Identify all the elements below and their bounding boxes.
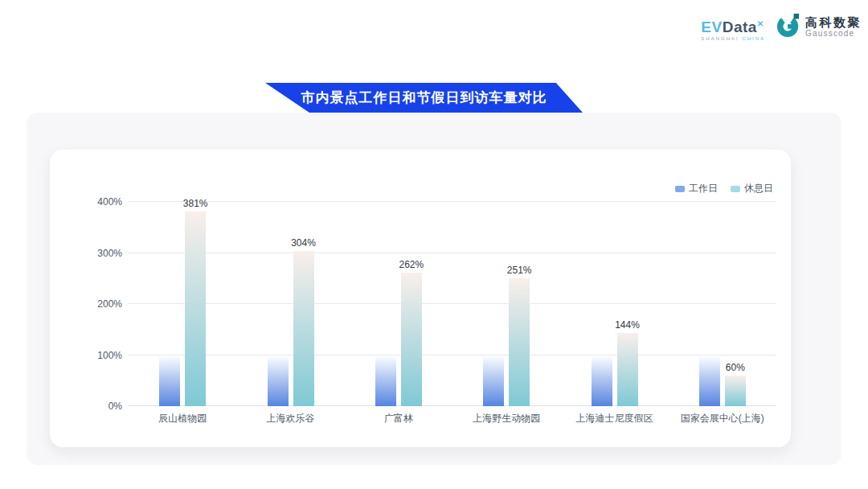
bar-group: 381% [159, 212, 206, 406]
bar-工作日 [699, 355, 720, 407]
gridline [129, 355, 776, 355]
legend-label: 休息日 [744, 182, 773, 195]
legend-swatch-icon [731, 186, 740, 192]
bar-工作日 [592, 355, 612, 407]
bar-value-label: 60% [726, 362, 745, 373]
y-axis-tick-label: 100% [79, 351, 122, 360]
gridline [129, 201, 776, 202]
evdata-subtext: SHANGHAI CHINA [701, 36, 765, 41]
gausscode-en-name: Gausscode [805, 29, 862, 38]
x-axis-category-label: 上海迪士尼度假区 [576, 412, 653, 425]
gridline [129, 303, 776, 304]
y-axis-tick-label: 200% [79, 299, 122, 309]
page-title: 市内景点工作日和节假日到访车量对比 [301, 88, 547, 107]
bar-value-label: 381% [183, 198, 208, 209]
gausscode-logo: 高科数聚 Gausscode [776, 13, 862, 40]
x-axis-category-label: 广富林 [384, 412, 413, 425]
evdata-x-icon: ✕ [757, 19, 764, 28]
evdata-logo: EVData✕ SHANGHAI CHINA [701, 16, 765, 41]
bar-group: 304% [268, 251, 314, 406]
bar-工作日 [159, 355, 180, 407]
bar-value-label: 262% [399, 259, 424, 270]
evdata-data-text: Data [723, 18, 757, 35]
bar-group: 144% [592, 333, 638, 406]
x-axis-category-label: 国家会展中心(上海) [681, 412, 764, 425]
gausscode-cn-name: 高科数聚 [805, 15, 862, 29]
gausscode-text: 高科数聚 Gausscode [805, 15, 862, 38]
bar-value-label: 144% [615, 319, 640, 331]
y-axis-tick-label: 400% [79, 197, 122, 207]
bar-休息日: 381% [185, 212, 206, 406]
bar-休息日: 304% [293, 251, 314, 406]
evdata-wordmark: EVData✕ [701, 16, 765, 35]
chart-plot-area: 0%100%200%300%400%381%辰山植物园304%上海欢乐谷262%… [129, 202, 776, 406]
chart-card: 工作日休息日 0%100%200%300%400%381%辰山植物园304%上海… [50, 150, 791, 447]
x-axis-category-label: 辰山植物园 [158, 412, 207, 425]
bar-group: 60% [699, 355, 746, 407]
bar-工作日 [268, 355, 289, 407]
bar-value-label: 251% [507, 265, 532, 276]
bar-group: 262% [375, 273, 422, 406]
gridline [129, 405, 776, 406]
evdata-subtext-shanghai: SHANGHAI [701, 36, 739, 41]
y-axis-tick-label: 300% [79, 249, 122, 258]
bar-工作日 [375, 355, 396, 407]
legend-swatch-icon [675, 186, 685, 192]
header-logos: EVData✕ SHANGHAI CHINA 高科数聚 Gausscode [701, 13, 862, 41]
title-banner: 市内景点工作日和节假日到访车量对比 [265, 83, 583, 113]
legend-item-休息日[interactable]: 休息日 [731, 182, 773, 195]
evdata-ev-text: EV [701, 18, 722, 35]
gausscode-g-icon [776, 13, 800, 40]
bar-value-label: 304% [291, 237, 316, 249]
legend-label: 工作日 [689, 182, 718, 195]
bar-休息日: 144% [617, 333, 638, 406]
gridline [129, 253, 776, 253]
y-axis-tick-label: 0% [79, 401, 122, 411]
x-axis-category-label: 上海野生动物园 [473, 412, 540, 425]
legend-item-工作日[interactable]: 工作日 [675, 182, 718, 195]
bar-工作日 [483, 355, 504, 407]
x-axis-category-label: 上海欢乐谷 [267, 412, 315, 425]
bar-休息日: 262% [401, 273, 422, 406]
bar-chart: 工作日休息日 0%100%200%300%400%381%辰山植物园304%上海… [50, 150, 791, 447]
chart-legend: 工作日休息日 [675, 182, 773, 195]
bar-group: 251% [483, 278, 530, 406]
evdata-subtext-china: CHINA [742, 36, 765, 41]
bar-休息日: 251% [509, 278, 530, 406]
bar-休息日: 60% [725, 376, 746, 406]
